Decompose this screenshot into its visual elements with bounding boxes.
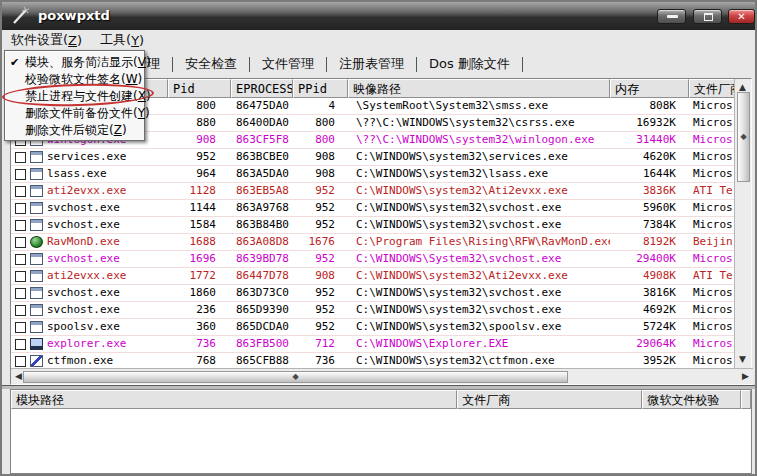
module-column-header-2[interactable]: 微软文件校验 (642, 390, 741, 409)
column-header-PPid[interactable]: PPid (293, 79, 348, 98)
process-row[interactable]: ati2evxx.exe1128863EB5A8952C:\WINDOWS\sy… (11, 183, 736, 200)
row-checkbox[interactable] (15, 356, 26, 367)
pid-cell: 736 (168, 336, 231, 352)
eprocess-cell: 865DCDA0 (231, 319, 293, 335)
thumb-diamond-icon: ◆ (740, 133, 746, 141)
row-checkbox[interactable] (15, 169, 26, 180)
process-row[interactable]: svchost.exe16968639BD78952C:\WINDOWS\Sys… (11, 251, 736, 268)
vendor-cell: ATI Te (689, 183, 736, 199)
row-checkbox[interactable] (15, 186, 26, 197)
ppid-cell: 952 (293, 183, 348, 199)
tab-4[interactable]: Dos 删除文件 (429, 55, 510, 73)
horizontal-scroll-thumb[interactable]: ◆ (23, 371, 568, 383)
maximize-button[interactable] (693, 9, 722, 24)
pid-cell: 1688 (168, 234, 231, 250)
process-name-cell: ati2evxx.exe (11, 183, 168, 199)
row-checkbox[interactable] (15, 220, 26, 231)
process-row[interactable]: svchost.exe1144863A9768952C:\WINDOWS\sys… (11, 200, 736, 217)
row-checkbox[interactable] (15, 288, 26, 299)
vendor-cell: Micros (689, 319, 736, 335)
process-name: ati2evxx.exe (47, 183, 126, 199)
menubar-item-0[interactable]: 软件设置(Z) (2, 30, 91, 50)
memory-cell: 5724K (610, 319, 689, 335)
vertical-scrollbar[interactable]: ▲ ◆ ▼ (734, 79, 751, 370)
process-name: svchost.exe (47, 200, 120, 216)
column-header-映像路径[interactable]: 映像路径 (348, 79, 610, 98)
minimize-icon (667, 15, 678, 18)
pid-cell: 964 (168, 166, 231, 182)
checkmark-icon: ✔ (10, 54, 19, 71)
close-button[interactable]: ✕ (728, 9, 755, 24)
eprocess-cell: 863D73C0 (231, 285, 293, 301)
scroll-down-icon[interactable]: ▼ (739, 355, 746, 364)
module-column-header-0[interactable]: 模块路径 (11, 390, 457, 409)
scroll-right-icon[interactable]: ▶ (742, 372, 749, 381)
row-checkbox[interactable] (15, 152, 26, 163)
app-window: poxwpxtd ✕ 软件设置(Z)工具(Y) 进程管理安全检查文件管理注册表管… (0, 0, 757, 476)
module-column-header-1[interactable]: 文件厂商 (457, 390, 642, 409)
thumb-diamond-icon: ◆ (292, 373, 298, 381)
tab-separator (326, 57, 327, 72)
close-icon: ✕ (729, 10, 754, 24)
process-row[interactable]: explorer.exe736863FB500712C:\WINDOWS\Exp… (11, 336, 736, 353)
menubar-item-1[interactable]: 工具(Y) (91, 30, 153, 50)
tab-2[interactable]: 文件管理 (262, 55, 314, 73)
tab-1[interactable]: 安全检查 (185, 55, 237, 73)
row-checkbox[interactable] (15, 339, 26, 350)
eprocess-cell: 863FB500 (231, 336, 293, 352)
tab-3[interactable]: 注册表管理 (339, 55, 404, 73)
process-row[interactable]: svchost.exe236865D9390952C:\WINDOWS\syst… (11, 302, 736, 319)
row-checkbox[interactable] (15, 271, 26, 282)
image-path-cell: C:\WINDOWS\system32\Ati2evxx.exe (348, 183, 610, 199)
menu-item-3[interactable]: 删除文件前备份文件(Y) (5, 105, 144, 122)
scroll-up-icon[interactable]: ▲ (739, 83, 746, 92)
computer-icon (30, 338, 43, 350)
minimize-button[interactable] (657, 9, 686, 24)
process-row[interactable]: spoolsv.exe360865DCDA0952C:\WINDOWS\syst… (11, 319, 736, 336)
window-title: poxwpxtd (38, 8, 110, 23)
pid-cell: 768 (168, 353, 231, 369)
ppid-cell: 1676 (293, 234, 348, 250)
column-header-EPROCESS[interactable]: EPROCESS (231, 79, 293, 98)
scroll-left-icon[interactable]: ◀ (15, 372, 22, 381)
column-header-内存[interactable]: 内存 (610, 79, 689, 98)
ppid-cell: 952 (293, 319, 348, 335)
column-header-文件厂商[interactable]: 文件厂商 (689, 79, 736, 98)
pid-cell: 1772 (168, 268, 231, 284)
process-row[interactable]: lsass.exe964863A5DA0908C:\WINDOWS\system… (11, 166, 736, 183)
ppid-cell: 952 (293, 217, 348, 233)
row-checkbox[interactable] (15, 254, 26, 265)
maximize-icon (704, 13, 713, 21)
process-row[interactable]: ati2evxx.exe177286447D78908C:\WINDOWS\sy… (11, 268, 736, 285)
window-icon (30, 202, 43, 214)
memory-cell: 4692K (610, 302, 689, 318)
image-path-cell: \??\C:\WINDOWS\system32\winlogon.exe (348, 132, 610, 148)
row-checkbox[interactable] (15, 305, 26, 316)
vertical-scroll-thumb[interactable]: ◆ (737, 92, 750, 182)
menu-item-4[interactable]: 删除文件后锁定(Z) (5, 122, 144, 139)
menu-item-1[interactable]: 校验微软文件签名(W) (5, 71, 144, 88)
row-checkbox[interactable] (15, 237, 26, 248)
process-row[interactable]: RavMonD.exe1688863A08D81676C:\Program Fi… (11, 234, 736, 251)
ppid-cell: 908 (293, 268, 348, 284)
pid-cell: 952 (168, 149, 231, 165)
column-header-Pid[interactable]: Pid (168, 79, 231, 98)
tab-separator (172, 57, 173, 72)
row-checkbox[interactable] (15, 322, 26, 333)
vendor-cell: Micros (689, 336, 736, 352)
row-checkbox[interactable] (15, 203, 26, 214)
menu-item-2[interactable]: 禁止进程与文件创建(X) (5, 88, 144, 105)
vendor-cell: Micros (689, 132, 736, 148)
horizontal-scrollbar[interactable]: ◀ ◆ ▶ (11, 368, 753, 384)
process-row[interactable]: services.exe952863BCBE0908C:\WINDOWS\sys… (11, 149, 736, 166)
process-name-cell: lsass.exe (11, 166, 168, 182)
image-path-cell: C:\WINDOWS\system32\svchost.exe (348, 200, 610, 216)
process-row[interactable]: svchost.exe1584863B84B0952C:\WINDOWS\sys… (11, 217, 736, 234)
pid-cell: 1584 (168, 217, 231, 233)
ppid-cell: 952 (293, 251, 348, 267)
process-row[interactable]: svchost.exe1860863D73C0952C:\WINDOWS\sys… (11, 285, 736, 302)
memory-cell: 5960K (610, 200, 689, 216)
menu-item-0[interactable]: ✔模块、服务简洁显示(V) (5, 54, 144, 71)
window-icon (30, 304, 43, 316)
window-icon (30, 219, 43, 231)
